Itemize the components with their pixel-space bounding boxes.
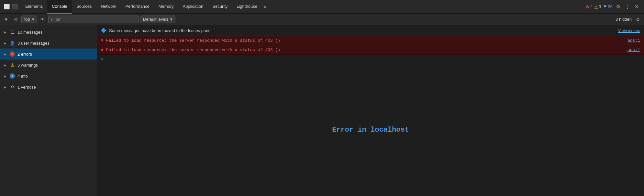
more-options-icon[interactable]: ⋮ (624, 3, 631, 10)
errors-label: 2 errors (17, 52, 32, 57)
tab-sources[interactable]: Sources (72, 0, 96, 14)
warning-badge[interactable]: △ 3 (594, 4, 601, 9)
chevron-right-icon: ▶ (4, 41, 7, 45)
inspect-icon[interactable]: ⬜ (4, 4, 10, 10)
filter-input[interactable] (48, 16, 139, 23)
tab-network[interactable]: Network (96, 0, 121, 14)
log-level-select[interactable]: Default levels ▾ (140, 16, 175, 23)
list-icon: ☰ (10, 29, 15, 35)
tab-bar-right: ⊗ 2 △ 3 ⚑ 20 ⚙ ⋮ ✕ (586, 3, 643, 10)
sidebar-item-errors[interactable]: ▶ ✕ 2 errors (0, 49, 97, 60)
sidebar-item-info[interactable]: ▶ i 4 info (0, 71, 97, 82)
chevron-right-icon: ▶ (4, 74, 7, 78)
sidebar-toggle-icon[interactable]: ≡ (2, 15, 10, 24)
chevron-down-icon: ▾ (32, 17, 34, 22)
info-label: 4 info (17, 74, 28, 79)
hidden-count-label: 8 hidden (616, 17, 632, 22)
error-headline: Error in localhost (332, 126, 409, 134)
verbose-label: 1 verbose (17, 85, 36, 90)
error-badge[interactable]: ⊗ 2 (586, 4, 593, 9)
console-content: 🔷 Some messages have been moved to the I… (97, 25, 644, 196)
chevron-right-icon: ▶ (4, 85, 7, 89)
verbose-icon: ⚙ (10, 84, 15, 90)
chevron-down-icon: ▾ (170, 17, 172, 22)
sidebar-item-warnings[interactable]: ▶ ⚠ 3 warnings (0, 60, 97, 71)
tab-performance[interactable]: Performance (121, 0, 154, 14)
toolbar-right: 8 hidden ⚙ (616, 15, 642, 24)
info-banner: 🔷 Some messages have been moved to the I… (97, 25, 644, 36)
info-circle-icon: i (10, 73, 15, 79)
context-label: top (24, 17, 30, 22)
clear-console-icon[interactable]: ⊘ (12, 15, 20, 24)
tab-console[interactable]: Console (47, 0, 72, 14)
view-issues-link[interactable]: View issues (618, 28, 640, 33)
console-main-area: Error in localhost (97, 64, 644, 196)
eye-icon[interactable]: 👁 (39, 15, 47, 24)
error-source-2[interactable]: ads:1 (627, 48, 640, 52)
chevron-right-icon: ▶ (4, 30, 7, 34)
sidebar-item-messages[interactable]: ▶ ☰ 10 messages (0, 27, 97, 38)
error-circle-icon: ⊗ (586, 4, 589, 9)
user-messages-label: 3 user messages (17, 41, 50, 46)
error-circle-icon: ⊗ (101, 47, 104, 52)
console-prompt: > (97, 55, 644, 64)
info-flag-icon: ⚑ (603, 4, 607, 9)
devtools-controls: ⬜ ⬛ (1, 4, 21, 10)
device-toggle-icon[interactable]: ⬛ (12, 4, 18, 10)
messages-label: 10 messages (17, 30, 42, 35)
sidebar: ▶ ☰ 10 messages ▶ 👤 3 user messages ▶ ✕ … (0, 25, 97, 196)
console-settings-icon[interactable]: ⚙ (634, 15, 642, 24)
error-circle-icon: ⊗ (101, 38, 104, 43)
more-tabs-icon[interactable]: » (262, 4, 268, 9)
tab-elements[interactable]: Elements (21, 0, 47, 14)
tab-application[interactable]: Application (178, 0, 208, 14)
user-icon: 👤 (10, 40, 15, 46)
context-select[interactable]: top ▾ (21, 16, 37, 23)
main-layout: ▶ ☰ 10 messages ▶ 👤 3 user messages ▶ ✕ … (0, 25, 644, 196)
error-message-1: Failed to load resource: the server resp… (106, 38, 625, 43)
close-icon[interactable]: ✕ (633, 3, 640, 10)
info-icon: 🔷 (101, 28, 106, 33)
chevron-right-icon: ▶ (4, 63, 7, 67)
warning-triangle-icon: ⚠ (10, 62, 15, 68)
settings-icon[interactable]: ⚙ (615, 3, 622, 10)
tab-lighthouse[interactable]: Lighthouse (232, 0, 262, 14)
error-message-2: Failed to load resource: the server resp… (106, 48, 625, 52)
tab-security[interactable]: Security (208, 0, 232, 14)
error-circle-icon: ✕ (10, 51, 15, 57)
sidebar-item-verbose[interactable]: ▶ ⚙ 1 verbose (0, 82, 97, 93)
info-banner-text: Some messages have been moved to the Iss… (109, 28, 213, 33)
prompt-symbol: > (101, 57, 104, 62)
warning-triangle-icon: △ (594, 4, 598, 9)
default-levels-label: Default levels (143, 17, 168, 22)
chevron-right-icon: ▶ (4, 52, 7, 56)
console-toolbar: ≡ ⊘ top ▾ 👁 Default levels ▾ 8 hidden ⚙ (0, 14, 644, 25)
sidebar-item-user-messages[interactable]: ▶ 👤 3 user messages (0, 38, 97, 49)
warnings-label: 3 warnings (17, 63, 38, 68)
info-badge[interactable]: ⚑ 20 (603, 4, 613, 9)
tab-bar: ⬜ ⬛ Elements Console Sources Network Per… (0, 0, 644, 14)
error-source-1[interactable]: ads:1 (627, 38, 640, 43)
error-row-2[interactable]: ⊗ Failed to load resource: the server re… (97, 45, 644, 55)
tab-memory[interactable]: Memory (154, 0, 178, 14)
error-row-1[interactable]: ⊗ Failed to load resource: the server re… (97, 36, 644, 45)
